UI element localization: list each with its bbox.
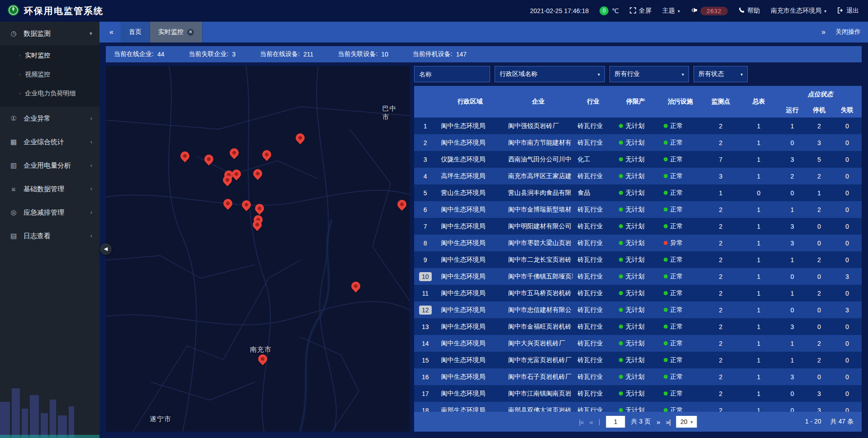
table-row[interactable]: 9 阆中生态环境局 阆中市二龙长宝页岩砖 砖瓦行业 无计划 正常 2 1 1 2…	[414, 251, 862, 268]
column-region: 行政区域	[437, 86, 504, 118]
tab[interactable]: 实时监控 ✕	[150, 22, 203, 42]
page-size-select[interactable]: 20 ▾	[676, 416, 697, 428]
page-number-input[interactable]	[606, 416, 625, 428]
next-page-button[interactable]: »	[656, 418, 660, 426]
cell-industry: 砖瓦行业	[573, 268, 613, 285]
table-row[interactable]: 17 阆中生态环境局 阆中市江南镇阆南页岩 砖瓦行业 无计划 正常 2 1 0 …	[414, 385, 862, 402]
org-dropdown[interactable]: 南充市生态环境局 ▾	[771, 7, 826, 15]
table-row[interactable]: 5 营山生态环境局 营山县润丰肉食品有限 食品 无计划 正常 1 0 0 1 0	[414, 184, 862, 201]
cell-stop: 2	[806, 251, 832, 268]
industry-filter-select[interactable]: 所有行业 ▾	[609, 66, 689, 82]
cell-run: 0	[779, 402, 806, 412]
cell-industry: 砖瓦行业	[573, 235, 613, 251]
logout-button[interactable]: 退出	[837, 7, 859, 15]
region-filter-select[interactable]: 行政区域名称 ▾	[495, 66, 605, 82]
cell-points: 2	[703, 218, 739, 235]
cell-run: 1	[779, 251, 806, 268]
sidebar-item[interactable]: ▫ 实时监控	[0, 46, 99, 65]
cell-company: 西南油气田分公司川中	[504, 151, 573, 168]
cell-industry: 砖瓦行业	[573, 251, 613, 268]
stat-value: 3	[232, 51, 236, 58]
stat-item: 当前失联企业: 3	[189, 50, 236, 58]
first-page-button[interactable]: |«	[579, 418, 583, 426]
sidebar-section[interactable]: ≡ 基础数据管理 ‹	[0, 177, 99, 201]
table-row[interactable]: 14 阆中生态环境局 阆中大兴页岩机砖厂 砖瓦行业 无计划 正常 2 1 1 2…	[414, 335, 862, 352]
tabs-scroll-left-button[interactable]: «	[107, 28, 116, 36]
last-page-button[interactable]: »|	[666, 418, 670, 426]
cell-meters: 1	[739, 318, 779, 335]
alarm-indicator[interactable]: 2632	[691, 7, 728, 15]
table-row[interactable]: 8 阆中生态环境局 阆中市枣碧大梁山页岩 砖瓦行业 无计划 异常 2 1 3 0…	[414, 235, 862, 251]
cell-facility: 正常	[658, 318, 703, 335]
cell-points: 2	[703, 402, 739, 412]
cell-facility: 正常	[658, 335, 703, 352]
section-chevron-icon: ‹	[90, 139, 92, 145]
tab[interactable]: 首页	[121, 22, 150, 42]
cell-points: 2	[703, 268, 739, 285]
close-operations-button[interactable]: 关闭操作	[835, 28, 861, 36]
table-row[interactable]: 18 南部生态环境局 南部县双佛大河页岩砖 砖瓦行业 无计划 正常 2 1 0 …	[414, 402, 862, 412]
limit-status-dot	[619, 375, 623, 379]
stat-item: 当前失联设备: 10	[338, 50, 388, 58]
fullscreen-button[interactable]: 全屏	[630, 7, 651, 15]
status-filter-select[interactable]: 所有状态 ▾	[693, 66, 748, 82]
cell-industry: 砖瓦行业	[573, 385, 613, 402]
row-number: 10	[419, 272, 432, 281]
limit-status-dot	[619, 274, 623, 278]
table-row[interactable]: 16 阆中生态环境局 阆中市石子页岩机砖厂 砖瓦行业 无计划 正常 2 1 3 …	[414, 368, 862, 385]
sidebar-section[interactable]: ▦ 企业综合统计 ‹	[0, 130, 99, 154]
table-row[interactable]: 2 阆中生态环境局 阆中市南方节能建材有 砖瓦行业 无计划 正常 2 1 0 3…	[414, 134, 862, 151]
table-row[interactable]: 11 阆中生态环境局 阆中市五马桥页岩机砖 砖瓦行业 无计划 正常 2 1 1 …	[414, 285, 862, 301]
phone-icon	[739, 7, 745, 14]
sidebar-section[interactable]: ▥ 企业用电量分析 ‹	[0, 154, 99, 177]
table-row[interactable]: 7 阆中生态环境局 阆中明阳建材有限公司 砖瓦行业 无计划 正常 2 1 3 0…	[414, 218, 862, 235]
map-panel[interactable]: ◀ 巴中市南充市遂宁市	[106, 66, 410, 432]
table-row[interactable]: 15 阆中生态环境局 阆中市光富页岩机砖厂 砖瓦行业 无计划 正常 2 1 1 …	[414, 352, 862, 368]
app-logo-icon	[7, 4, 19, 18]
cell-company: 南部县双佛大河页岩砖	[504, 402, 573, 412]
theme-dropdown[interactable]: 主题 ▾	[662, 7, 680, 15]
cell-stop: 0	[806, 268, 832, 285]
tabs-scroll-right-button[interactable]: »	[819, 28, 828, 36]
cell-limit: 无计划	[613, 368, 658, 385]
info-icon: ①	[9, 114, 18, 122]
sidebar-section[interactable]: ◷ 数据监测 ▾	[0, 22, 99, 45]
table-row[interactable]: 4 高坪生态环境局 南充市高坪区王家店建 砖瓦行业 无计划 正常 3 1 2 2…	[414, 168, 862, 184]
cell-company: 阆中大兴页岩机砖厂	[504, 335, 573, 352]
table-header: 行政区域 企业 行业 停限产 治污设施 监测点 总表 点位状态	[414, 86, 862, 118]
cell-industry: 砖瓦行业	[573, 168, 613, 184]
tab-close-icon[interactable]: ✕	[187, 29, 194, 36]
facility-status-dot	[664, 291, 668, 295]
table-row[interactable]: 6 阆中生态环境局 阆中市金博瑞新型墙材 砖瓦行业 无计划 正常 2 1 1 2…	[414, 201, 862, 218]
table-row[interactable]: 3 仪陇生态环境局 西南油气田分公司川中 化工 无计划 正常 7 1 3 5 0	[414, 151, 862, 168]
cell-facility: 正常	[658, 168, 703, 184]
prev-page-button[interactable]: «	[590, 418, 593, 426]
sidebar-item[interactable]: ▫ 视频监控	[0, 65, 99, 84]
logout-icon	[837, 7, 844, 15]
sidebar-section[interactable]: ▤ 日志查看 ‹	[0, 224, 99, 248]
cell-industry: 砖瓦行业	[573, 285, 613, 301]
cell-meters: 1	[739, 385, 779, 402]
help-button[interactable]: 帮助	[739, 7, 760, 15]
table-row[interactable]: 13 阆中生态环境局 阆中市金福旺页岩机砖 砖瓦行业 无计划 正常 2 1 3 …	[414, 318, 862, 335]
name-filter-input[interactable]	[414, 66, 490, 82]
table-row[interactable]: 1 阆中生态环境局 阆中强锐页岩砖厂 砖瓦行业 无计划 正常 2 1 1 2 0	[414, 118, 862, 134]
limit-status-dot	[619, 157, 623, 161]
table-row[interactable]: 12 阆中生态环境局 阆中市忠信建材有限公 砖瓦行业 无计划 正常 2 1 0 …	[414, 301, 862, 318]
sidebar-section[interactable]: ◎ 应急减排管理 ‹	[0, 201, 99, 224]
row-number: 15	[422, 357, 429, 364]
column-lost: 失联	[833, 103, 862, 118]
facility-status-dot	[664, 358, 668, 362]
cell-run: 1	[779, 335, 806, 352]
sidebar-item[interactable]: ▫ 企业电力负荷明细	[0, 84, 99, 103]
bullet-icon: ▫	[19, 72, 20, 77]
cell-facility: 正常	[658, 218, 703, 235]
table-row[interactable]: 10 阆中生态环境局 阆中市千佛镇五郎垭页岩 砖瓦行业 无计划 正常 2 1 0…	[414, 268, 862, 285]
stat-item: 当前在线设备: 211	[260, 50, 313, 58]
cell-company: 阆中市金福旺页岩机砖	[504, 318, 573, 335]
map-collapse-button[interactable]: ◀	[100, 243, 112, 255]
cell-stop: 3	[806, 134, 832, 151]
cell-region: 高坪生态环境局	[437, 168, 504, 184]
facility-status-dot	[664, 375, 668, 379]
sidebar-section[interactable]: ① 企业异常 ‹	[0, 107, 99, 130]
